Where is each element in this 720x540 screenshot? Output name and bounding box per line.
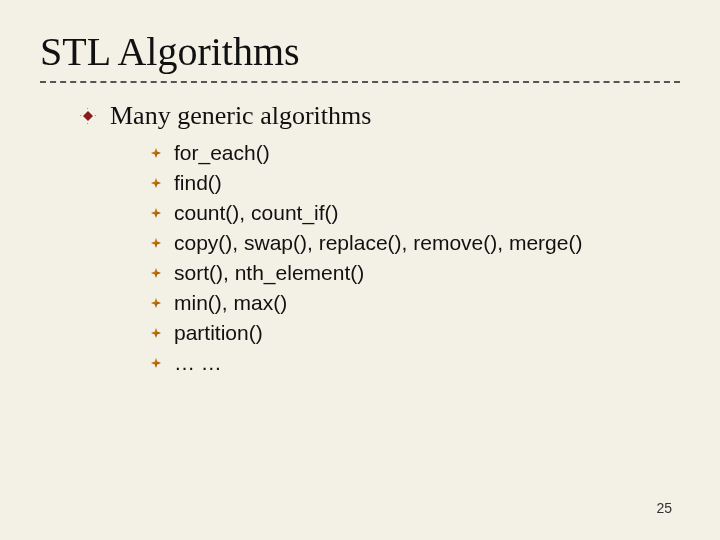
star-bullet-icon: [150, 237, 162, 249]
star-bullet-icon: [150, 207, 162, 219]
list-item: sort(), nth_element(): [150, 261, 680, 285]
list-item: … …: [150, 351, 680, 375]
star-bullet-icon: [150, 147, 162, 159]
subtitle-text: Many generic algorithms: [110, 101, 371, 131]
subtitle-row: Many generic algorithms: [80, 101, 680, 131]
star-bullet-icon: [150, 327, 162, 339]
list-item-text: copy(), swap(), replace(), remove(), mer…: [174, 231, 582, 255]
list-item: for_each(): [150, 141, 680, 165]
slide-title: STL Algorithms: [40, 28, 680, 75]
list-item-text: for_each(): [174, 141, 270, 165]
list-item-text: count(), count_if(): [174, 201, 339, 225]
list-item: min(), max(): [150, 291, 680, 315]
star-bullet-icon: [150, 357, 162, 369]
star-bullet-icon: [150, 267, 162, 279]
page-number: 25: [656, 500, 672, 516]
title-divider: [40, 81, 680, 83]
list-item-text: min(), max(): [174, 291, 287, 315]
list-item-text: … …: [174, 351, 222, 375]
slide: STL Algorithms Many generic algorithms f…: [0, 0, 720, 540]
list-item: partition(): [150, 321, 680, 345]
list-item: count(), count_if(): [150, 201, 680, 225]
star-bullet-icon: [150, 297, 162, 309]
list-item-text: sort(), nth_element(): [174, 261, 364, 285]
star-bullet-icon: [150, 177, 162, 189]
diamond-bullet-icon: [80, 108, 96, 124]
list-item: copy(), swap(), replace(), remove(), mer…: [150, 231, 680, 255]
list-item-text: find(): [174, 171, 222, 195]
list-item: find(): [150, 171, 680, 195]
list-item-text: partition(): [174, 321, 263, 345]
